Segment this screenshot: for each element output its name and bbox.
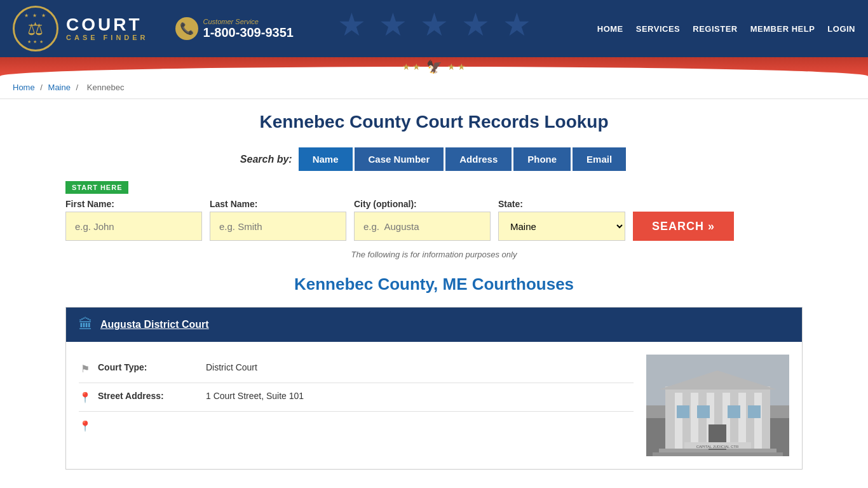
city-label: City (optional): [354, 199, 491, 209]
address-value: 1 Court Street, Suite 101 [206, 391, 304, 401]
svg-rect-5 [691, 393, 698, 450]
breadcrumb: Home / Maine / Kennebec [0, 76, 868, 99]
search-by-label: Search by: [240, 154, 292, 165]
state-select[interactable]: Maine Alabama Alaska Arizona Arkansas Ca… [498, 212, 625, 241]
tab-case-number[interactable]: Case Number [355, 147, 444, 171]
breadcrumb-home[interactable]: Home [13, 83, 35, 92]
main-nav: HOME SERVICES REGISTER MEMBER HELP LOGIN [597, 24, 855, 34]
search-by-row: Search by: Name Case Number Address Phon… [65, 147, 803, 171]
courthouse-body: ⚑ Court Type: District Court 📍 Street Ad… [66, 342, 802, 469]
nav-services[interactable]: SERVICES [636, 24, 681, 34]
breadcrumb-current: Kennebec [87, 83, 125, 92]
courthouse-name[interactable]: Augusta District Court [100, 319, 209, 330]
logo-text: COURT CASE FINDER [66, 16, 149, 41]
tab-phone[interactable]: Phone [513, 147, 571, 171]
address-label: Street Address: [98, 391, 200, 401]
courthouse-image: CAPITAL JUDICIAL CTR [646, 355, 789, 456]
star-icon: ★ [461, 6, 490, 43]
svg-rect-17 [748, 405, 761, 418]
header-phone: 📞 Customer Service 1-800-309-9351 [175, 17, 294, 40]
header-stars: ★ ★ ★ ★ ★ [337, 6, 531, 43]
search-form-row: First Name: Last Name: City (optional): … [65, 199, 803, 241]
wave-banner: ★ ★ 🦅 ★ ★ [0, 57, 868, 76]
tab-email[interactable]: Email [573, 147, 626, 171]
city-group: City (optional): [354, 199, 491, 241]
first-name-label: First Name: [65, 199, 202, 209]
tab-address[interactable]: Address [445, 147, 512, 171]
first-name-group: First Name: [65, 199, 202, 241]
logo-inner: ★ ★ ★ ⚖ ★ ★ ★ [24, 13, 46, 44]
svg-rect-16 [728, 405, 740, 418]
first-name-input[interactable] [65, 212, 202, 241]
last-name-input[interactable] [210, 212, 346, 241]
courthouse-header: 🏛 Augusta District Court [66, 308, 802, 342]
phone-text: Customer Service 1-800-309-9351 [203, 18, 294, 40]
location-icon: 📍 [79, 391, 92, 403]
svg-rect-15 [697, 405, 710, 418]
address-row: 📍 Street Address: 1 Court Street, Suite … [79, 383, 634, 412]
courthouse-building-icon: 🏛 [79, 316, 93, 333]
last-name-label: Last Name: [210, 199, 346, 209]
svg-rect-12 [653, 452, 783, 456]
breadcrumb-sep-2: / [76, 83, 81, 92]
star-icon: ★ [420, 6, 449, 43]
header-logo-section: ★ ★ ★ ⚖ ★ ★ ★ COURT CASE FINDER 📞 Custom… [13, 6, 294, 51]
nav-login[interactable]: LOGIN [827, 24, 855, 34]
scales-icon: ⚖ [27, 18, 43, 39]
page-header: ★ ★ ★ ★ ★ ★ ★ ★ ⚖ ★ ★ ★ COURT CASE FINDE… [0, 0, 868, 57]
start-here-badge: START HERE [65, 181, 128, 194]
court-type-row: ⚑ Court Type: District Court [79, 355, 634, 383]
logo-bottom-stars: ★ ★ ★ [27, 39, 44, 44]
svg-text:CAPITAL JUDICIAL CTR: CAPITAL JUDICIAL CTR [696, 445, 739, 449]
svg-rect-9 [754, 393, 762, 450]
court-type-value: District Court [206, 362, 257, 372]
city-input[interactable] [354, 212, 491, 241]
extra-row: 📍 [79, 412, 634, 440]
tab-name[interactable]: Name [299, 147, 353, 171]
info-note: The following is for information purpose… [65, 250, 803, 259]
extra-icon: 📍 [79, 420, 92, 432]
court-type-icon: ⚑ [79, 363, 92, 375]
phone-number: 1-800-309-9351 [203, 25, 294, 39]
customer-service-label: Customer Service [203, 18, 294, 25]
star-right: ★ ★ [447, 62, 466, 72]
nav-home[interactable]: HOME [597, 24, 623, 34]
courthouse-card: 🏛 Augusta District Court ⚑ Court Type: D… [65, 307, 803, 470]
state-group: State: Maine Alabama Alaska Arizona Arka… [498, 199, 625, 241]
breadcrumb-maine[interactable]: Maine [48, 83, 71, 92]
courthouses-title: Kennebec County, ME Courthouses [65, 274, 803, 294]
search-form-wrapper: START HERE First Name: Last Name: City (… [65, 181, 803, 241]
main-content: Kennebec County Court Records Lookup Sea… [53, 99, 815, 488]
star-icon: ★ [379, 6, 407, 43]
breadcrumb-sep-1: / [40, 83, 44, 92]
courthouse-details: ⚑ Court Type: District Court 📍 Street Ad… [79, 355, 634, 456]
nav-member-help[interactable]: MEMBER HELP [750, 24, 815, 34]
star-icon: ★ [337, 6, 366, 43]
svg-rect-14 [677, 405, 689, 418]
logo-case-finder-text: CASE FINDER [66, 34, 149, 41]
state-label: State: [498, 199, 625, 209]
court-type-label: Court Type: [98, 362, 200, 372]
star-icon: ★ [503, 6, 531, 43]
svg-rect-4 [675, 393, 682, 450]
nav-register[interactable]: REGISTER [693, 24, 737, 34]
logo-stars: ★ ★ ★ [24, 13, 46, 18]
last-name-group: Last Name: [210, 199, 346, 241]
star-left: ★ ★ [402, 62, 421, 72]
page-title: Kennebec County Court Records Lookup [65, 112, 803, 132]
eagle-banner: ★ ★ 🦅 ★ ★ [402, 59, 466, 74]
phone-icon: 📞 [175, 17, 198, 40]
search-button[interactable]: SEARCH » [633, 212, 734, 241]
svg-rect-8 [738, 393, 746, 450]
logo-court-text: COURT [66, 16, 149, 34]
logo-circle: ★ ★ ★ ⚖ ★ ★ ★ [13, 6, 58, 51]
